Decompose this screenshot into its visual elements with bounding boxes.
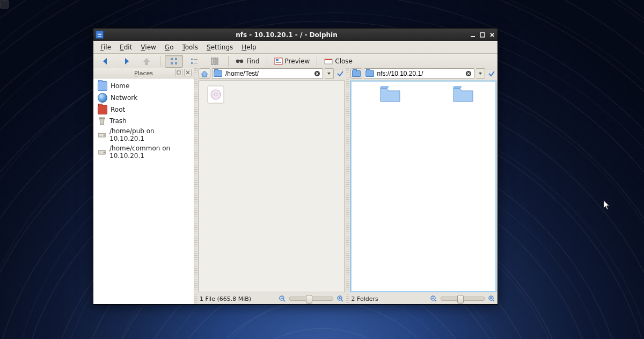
details-view-button[interactable]	[185, 55, 203, 68]
menu-help[interactable]: Help	[238, 42, 260, 52]
folder-icon	[352, 70, 361, 77]
svg-rect-17	[276, 59, 279, 61]
location-history-dropdown[interactable]	[476, 68, 485, 79]
disc-icon	[207, 85, 225, 104]
folder-item[interactable]	[451, 85, 475, 103]
menu-edit[interactable]: Edit	[116, 42, 136, 52]
file-view-right[interactable]	[350, 81, 497, 292]
window-title: nfs - 10.10.20.1 - / - Dolphin	[107, 31, 466, 39]
svg-rect-3	[175, 58, 177, 60]
zoom-out-icon[interactable]	[279, 295, 286, 302]
find-label: Find	[246, 57, 260, 65]
minimize-button[interactable]	[470, 32, 476, 38]
svg-line-32	[283, 300, 285, 301]
location-field-left[interactable]	[212, 68, 323, 79]
svg-rect-9	[194, 63, 197, 63]
sidebar-item-label: Root	[111, 106, 125, 113]
back-button[interactable]	[97, 55, 115, 68]
svg-rect-15	[238, 60, 241, 61]
svg-line-40	[435, 300, 436, 301]
menu-settings[interactable]: Settings	[203, 42, 237, 52]
svg-line-35	[341, 300, 343, 301]
sidebar-item-home[interactable]: Home	[93, 80, 194, 92]
sidebar-item-trash[interactable]: Trash	[93, 116, 194, 126]
zoom-slider-left[interactable]	[289, 297, 333, 301]
zoom-slider-right[interactable]	[441, 297, 485, 301]
location-field-right[interactable]	[364, 68, 475, 79]
folder-icon	[379, 85, 401, 103]
zoom-in-icon[interactable]	[336, 295, 344, 302]
preview-button[interactable]: Preview	[272, 55, 313, 68]
svg-rect-1	[480, 33, 485, 37]
folder-icon	[452, 85, 474, 103]
sidebar-item-label: /home/pub on 10.10.20.1	[109, 127, 191, 142]
up-button[interactable]	[137, 55, 156, 68]
svg-rect-7	[194, 59, 197, 60]
location-apply[interactable]	[487, 68, 496, 79]
location-apply[interactable]	[335, 68, 345, 79]
file-view-left[interactable]	[199, 81, 345, 292]
home-icon	[201, 70, 208, 77]
svg-rect-10	[211, 58, 213, 64]
root-folder-icon	[98, 105, 107, 114]
status-text-right: 2 Folders	[352, 295, 427, 302]
preview-icon	[274, 57, 283, 65]
svg-rect-21	[177, 71, 180, 74]
zoom-out-icon[interactable]	[430, 295, 437, 302]
close-label: Close	[335, 57, 353, 65]
status-text-left: 1 File (665.8 MiB)	[200, 295, 275, 302]
svg-rect-18	[276, 62, 281, 63]
sidebar-item-mount-common[interactable]: /home/common on 10.10.20.1	[93, 143, 194, 161]
close-pane-button[interactable]: Close	[321, 55, 355, 68]
menu-tools[interactable]: Tools	[178, 42, 202, 52]
drive-icon	[98, 131, 106, 139]
folder-item[interactable]	[378, 85, 402, 103]
menu-go[interactable]: Go	[161, 42, 178, 52]
toolbar-separator	[160, 56, 160, 67]
zoom-in-icon[interactable]	[488, 295, 495, 302]
svg-rect-6	[191, 59, 193, 60]
svg-point-24	[104, 135, 105, 136]
sidebar-item-root[interactable]: Root	[93, 104, 194, 116]
sidebar-item-label: Home	[111, 82, 129, 90]
svg-rect-2	[171, 58, 173, 60]
icons-view-button[interactable]	[165, 55, 183, 68]
home-button[interactable]	[199, 68, 210, 79]
main-area: Places Home Network Root Trash /home/pub…	[93, 68, 497, 304]
file-item-iso[interactable]	[203, 85, 228, 104]
menu-view[interactable]: View	[137, 42, 159, 52]
sidebar-item-mount-pub[interactable]: /home/pub on 10.10.20.1	[93, 126, 194, 143]
maximize-button[interactable]	[479, 32, 486, 38]
find-button[interactable]: Find	[233, 55, 262, 68]
svg-rect-0	[471, 36, 475, 37]
toolbar-separator	[317, 56, 317, 67]
check-icon	[336, 70, 344, 77]
location-bar-left	[199, 68, 345, 79]
status-bar-left: 1 File (665.8 MiB)	[199, 292, 345, 304]
forward-button[interactable]	[117, 55, 135, 68]
pane-splitter[interactable]	[346, 68, 349, 304]
close-button[interactable]	[489, 32, 495, 38]
window-titlebar[interactable]: nfs - 10.10.20.1 - / - Dolphin	[93, 28, 497, 41]
clear-button[interactable]	[313, 70, 321, 77]
menubar: File Edit View Go Tools Settings Help	[93, 41, 497, 54]
svg-rect-20	[325, 59, 332, 60]
places-header: Places	[93, 68, 194, 78]
home-button[interactable]	[350, 68, 362, 79]
svg-rect-22	[99, 118, 105, 119]
columns-view-button[interactable]	[206, 55, 224, 68]
svg-point-30	[215, 93, 217, 96]
places-list: Home Network Root Trash /home/pub on 10.…	[93, 78, 194, 162]
toolbar-separator	[228, 56, 229, 67]
places-close-button[interactable]	[184, 69, 192, 76]
location-input-left[interactable]	[224, 69, 313, 78]
location-history-dropdown[interactable]	[325, 68, 334, 79]
location-input-right[interactable]	[376, 69, 465, 78]
sidebar-item-network[interactable]: Network	[93, 92, 194, 104]
svg-rect-11	[214, 58, 216, 64]
sidebar-item-label: /home/common on 10.10.20.1	[109, 145, 191, 160]
places-detach-button[interactable]	[175, 69, 182, 76]
places-sidebar: Places Home Network Root Trash /home/pub…	[93, 68, 194, 304]
clear-button[interactable]	[465, 70, 472, 77]
menu-file[interactable]: File	[97, 42, 115, 52]
